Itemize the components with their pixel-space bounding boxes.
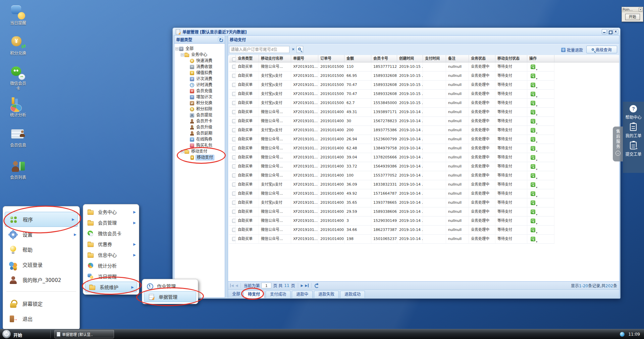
operation-dropdown-icon[interactable]: ▾: [536, 183, 537, 189]
operation-dropdown-icon[interactable]: ▾: [536, 201, 537, 207]
tree-node-member-recharge[interactable]: 会员充值: [174, 88, 225, 94]
tab-refund-success[interactable]: 退款成功: [340, 291, 365, 298]
column-header-6[interactable]: 创建时间: [397, 55, 423, 62]
search-button[interactable]: [297, 46, 303, 53]
operation-icon[interactable]: [531, 228, 535, 232]
row-checkbox[interactable]: [232, 83, 236, 87]
column-header-7[interactable]: 支付时间: [423, 55, 446, 62]
operation-icon[interactable]: [531, 110, 535, 114]
row-checkbox[interactable]: [232, 210, 236, 214]
close-button[interactable]: [613, 29, 618, 34]
table-row[interactable]: 自助买单支付宝js支付XF2019101...2019101400...2001…: [229, 126, 554, 135]
tree-node-quick-consume[interactable]: 快速消费: [174, 58, 225, 64]
column-header-5[interactable]: 会员卡号: [371, 55, 397, 62]
table-row[interactable]: 自助买单微信公众号...XF2019101...2019101500...110…: [229, 62, 554, 71]
operation-dropdown-icon[interactable]: ▾: [536, 138, 537, 144]
operation-icon[interactable]: [531, 64, 535, 69]
row-checkbox[interactable]: [232, 128, 236, 132]
operation-dropdown-icon[interactable]: ▾: [536, 111, 537, 117]
table-row[interactable]: 自助买单微信公众号...XF2019101...2019101400...33.…: [229, 162, 554, 171]
operation-icon[interactable]: [531, 101, 535, 105]
tree-node-buy-package[interactable]: 购买礼包: [174, 142, 225, 148]
advanced-query-button[interactable]: 高级查询: [586, 46, 617, 53]
operation-icon[interactable]: [531, 237, 535, 241]
tree-expander-icon[interactable]: [181, 150, 184, 153]
refresh-icon[interactable]: [218, 37, 223, 42]
menu-item-info-center[interactable]: 信息中心▶: [83, 249, 139, 260]
menu-item-stats-analysis[interactable]: 统计分析: [83, 260, 139, 271]
menu-item-business-center[interactable]: 业务中心▶: [83, 206, 139, 217]
tree-node-count-consume[interactable]: 计次消费: [174, 76, 225, 82]
table-row[interactable]: 自助买单支付宝js支付XF2019101...2019101500...66.9…: [229, 71, 554, 81]
tree-expander-icon[interactable]: [175, 47, 178, 50]
tab-pay-success[interactable]: 支付成功: [266, 291, 290, 298]
tray-icon[interactable]: [620, 332, 625, 337]
operation-dropdown-icon[interactable]: ▾: [536, 174, 537, 180]
operation-dropdown-icon[interactable]: ▾: [536, 192, 537, 198]
menu-item-job-management[interactable]: 作业管理: [142, 281, 198, 291]
desktop-icon-member-list[interactable]: 会员列表: [5, 159, 31, 180]
operation-dropdown-icon[interactable]: ▾: [536, 229, 537, 235]
last-page-icon[interactable]: ▶: [305, 284, 309, 287]
my-tickets-button[interactable]: 我的工单: [625, 123, 641, 138]
tree-node-consume-cashier[interactable]: 消费收银: [174, 64, 225, 70]
table-row[interactable]: 自助买单微信公众号...XF2019101...2019101400...49.…: [229, 189, 554, 198]
tab-pending-pay[interactable]: 待支付: [244, 291, 264, 298]
column-header-1[interactable]: 移动支付名称: [259, 55, 291, 62]
operation-icon[interactable]: [531, 219, 535, 223]
table-row[interactable]: 自助买单微信公众号...XF2019101...2019101400...301…: [229, 117, 554, 126]
column-header-4[interactable]: 金额: [344, 55, 371, 62]
column-header-10[interactable]: 移动支付状态: [495, 55, 527, 62]
table-row[interactable]: 自助买单微信公众号...XF2019101...2019101400...26.…: [229, 135, 554, 144]
operation-icon[interactable]: [531, 119, 535, 124]
tree-node-add-count[interactable]: 增加计次: [174, 94, 225, 100]
row-checkbox[interactable]: [232, 101, 236, 105]
menu-item-lock-screen[interactable]: 屏幕锁定: [3, 296, 79, 311]
operation-icon[interactable]: [531, 191, 535, 196]
column-header-0[interactable]: 业务类型: [236, 55, 259, 62]
table-row[interactable]: 自助买单支付宝js支付XF2019101...2019101500...70.4…: [229, 81, 554, 90]
operation-icon[interactable]: [531, 182, 535, 187]
menu-item-coupons[interactable]: 优惠券▶: [83, 239, 139, 249]
table-row[interactable]: 自助买单微信公众号...XF2019101...2019101400...39.…: [229, 153, 554, 162]
taskbar-task-button[interactable]: 单据管理 [默认显..: [54, 330, 114, 338]
menu-item-wechat-member-card[interactable]: 微信会员卡: [83, 228, 139, 239]
select-all-header[interactable]: [229, 55, 236, 62]
after-sales-tab[interactable]: 售后服务: [613, 127, 623, 161]
column-header-2[interactable]: 单据号: [291, 55, 318, 62]
maximize-button[interactable]: [607, 29, 612, 34]
desktop-icon-daily-reminder[interactable]: 当日提醒: [5, 5, 31, 26]
table-row[interactable]: 自助买单微信公众号...XF2019101...2019101400...34.…: [229, 226, 554, 235]
column-header-9[interactable]: 业务状态: [469, 55, 495, 62]
refresh-grid-icon[interactable]: [314, 283, 319, 288]
row-checkbox[interactable]: [232, 155, 236, 159]
tree-node-mobile-pay-folder[interactable]: 移动支付: [174, 148, 225, 154]
operation-dropdown-icon[interactable]: ▾: [536, 147, 537, 153]
operation-icon[interactable]: [531, 209, 535, 214]
row-checkbox[interactable]: [232, 110, 236, 114]
tree-node-mobile-pay[interactable]: 移动支付: [174, 154, 225, 160]
tree-node-member-open-card[interactable]: 会员开卡: [174, 118, 225, 124]
menu-item-document-management[interactable]: 单据管理: [144, 291, 196, 302]
tab-refunding[interactable]: 退款中: [292, 291, 313, 298]
tree-node-points-exchange[interactable]: 积分兑换: [174, 100, 225, 106]
operation-dropdown-icon[interactable]: ▾: [536, 120, 537, 126]
row-checkbox[interactable]: [232, 164, 236, 168]
table-row[interactable]: 自助买单支付宝js支付XF2019101...2019101500...70.4…: [229, 90, 554, 99]
menu-item-system-maintenance[interactable]: 系统维护▶: [85, 282, 137, 292]
row-checkbox[interactable]: [232, 174, 236, 178]
page-number-input[interactable]: [261, 283, 271, 288]
menu-item-shift-login[interactable]: 交班登录: [3, 257, 79, 272]
tree-node-member-upgrade[interactable]: 会员升级: [174, 124, 225, 130]
row-checkbox[interactable]: [232, 146, 236, 150]
table-row[interactable]: 自助买单支付宝js支付XF2019101...2019101400...35.6…: [229, 198, 554, 207]
row-checkbox[interactable]: [232, 219, 236, 223]
tab-refund-failed[interactable]: 退款失败: [314, 291, 339, 298]
select-all-checkbox[interactable]: [232, 57, 236, 61]
menu-item-settings[interactable]: 设置▶: [3, 227, 79, 242]
clear-search-icon[interactable]: [291, 46, 296, 52]
table-row[interactable]: 自助买单微信公众号...XF2019101...2019101400...49.…: [229, 108, 554, 117]
row-checkbox[interactable]: [232, 74, 236, 78]
row-checkbox[interactable]: [232, 237, 236, 241]
tree-node-online-coupon[interactable]: 在线购券: [174, 136, 225, 142]
